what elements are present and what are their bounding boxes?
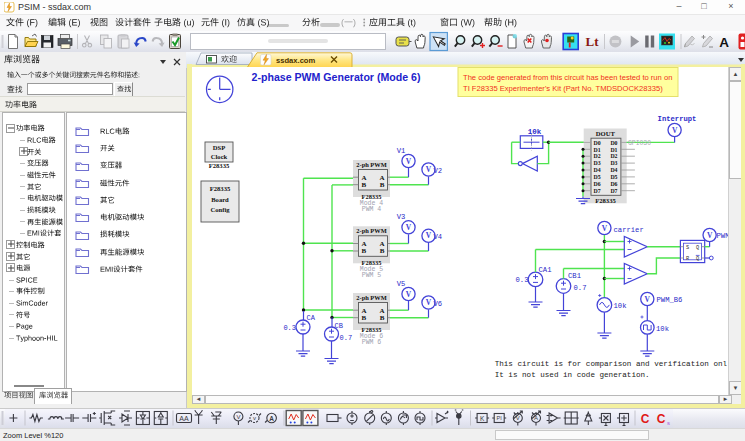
svg-text:V: V (645, 295, 651, 304)
svg-text:V: V (516, 415, 520, 421)
svg-text:F28335: F28335 (362, 326, 382, 333)
svg-text:V: V (426, 165, 432, 174)
svg-text:F28335: F28335 (362, 193, 382, 200)
svg-text:Interrupt: Interrupt (658, 115, 697, 123)
svg-text:V6: V6 (434, 300, 443, 308)
svg-text:GPIO30: GPIO30 (628, 140, 651, 147)
svg-text:0.7: 0.7 (574, 284, 587, 292)
svg-text:R: R (686, 256, 689, 262)
svg-text:10k: 10k (528, 128, 542, 136)
svg-text:This circuit is for comparison: This circuit is for comparison and verif… (495, 360, 728, 368)
svg-text:V: V (406, 223, 412, 232)
svg-text:V5: V5 (397, 280, 406, 288)
svg-text:CA1: CA1 (539, 266, 552, 274)
svg-text:D5: D5 (594, 174, 601, 180)
svg-text:C: C (657, 412, 666, 426)
svg-text:V: V (426, 298, 432, 307)
svg-text:s: s (667, 420, 670, 426)
svg-text:10k: 10k (614, 302, 627, 310)
svg-text:Q: Q (696, 256, 699, 262)
svg-text:A: A (719, 35, 729, 50)
svg-text:CB: CB (335, 322, 343, 330)
svg-text:D0: D0 (594, 140, 601, 146)
svg-text:F28335: F28335 (595, 197, 616, 204)
svg-text:B: B (380, 181, 385, 189)
svg-text:V: V (707, 231, 713, 240)
svg-text:10k: 10k (656, 325, 669, 333)
svg-text:B: B (362, 247, 367, 255)
svg-text:A: A (269, 415, 274, 422)
svg-text:Board: Board (211, 196, 229, 203)
svg-text:PWM_: PWM_ (717, 232, 729, 240)
svg-text:CB1: CB1 (568, 272, 581, 280)
svg-text:D7: D7 (610, 188, 617, 194)
svg-text:D2: D2 (594, 153, 601, 159)
svg-text:AA: AA (179, 415, 189, 422)
svg-text:DSP: DSP (213, 144, 225, 151)
svg-text:D0: D0 (610, 140, 617, 146)
svg-text:ssdax.com: ssdax.com (276, 56, 316, 65)
svg-text:0.3: 0.3 (516, 276, 529, 284)
svg-text:B: B (380, 247, 385, 255)
svg-text:PWM 5: PWM 5 (362, 272, 382, 279)
svg-text:B: B (362, 181, 367, 189)
svg-text:Lt: Lt (586, 34, 600, 49)
svg-text:D6: D6 (610, 181, 617, 187)
svg-text:B: B (380, 314, 385, 322)
svg-text:Config: Config (210, 206, 230, 213)
svg-text:PI: PI (497, 415, 503, 421)
svg-text:PWM_B6: PWM_B6 (657, 296, 683, 304)
svg-text:DOUT: DOUT (596, 130, 616, 137)
svg-text:Clock: Clock (211, 153, 228, 160)
svg-text:V4: V4 (434, 233, 443, 241)
svg-text:TI F28335 Experimenter's Kit (: TI F28335 Experimenter's Kit (Part No. T… (463, 84, 663, 93)
svg-text:2-ph PWM: 2-ph PWM (356, 294, 386, 301)
svg-text:PWM 6: PWM 6 (362, 339, 382, 346)
svg-text:S: S (686, 245, 689, 251)
svg-text:V: V (602, 224, 608, 233)
svg-text:V3: V3 (397, 213, 406, 221)
svg-text:0.7: 0.7 (340, 334, 353, 342)
svg-text:D7: D7 (594, 188, 601, 194)
svg-text:V: V (426, 231, 432, 240)
svg-text:PWM 4: PWM 4 (362, 206, 382, 213)
svg-text:D4: D4 (610, 167, 617, 173)
svg-text:F28335: F28335 (210, 185, 231, 192)
svg-text:F28335: F28335 (209, 162, 230, 169)
svg-text:D3: D3 (610, 160, 617, 166)
svg-text:D1: D1 (594, 147, 601, 153)
svg-text:F28335: F28335 (362, 259, 382, 266)
svg-text:2-ph PWM: 2-ph PWM (356, 161, 386, 168)
svg-text:v: v (253, 415, 256, 421)
svg-text:CA: CA (307, 314, 316, 322)
svg-text:A: A (534, 415, 538, 421)
svg-text:K: K (480, 415, 485, 422)
svg-text:V: V (672, 126, 678, 135)
svg-text:V: V (236, 414, 240, 420)
svg-text:C: C (641, 412, 650, 426)
svg-text:D3: D3 (594, 160, 601, 166)
svg-text:V1: V1 (397, 147, 406, 155)
svg-text:B: B (362, 314, 367, 322)
svg-text:Q: Q (696, 245, 699, 251)
svg-text:D1: D1 (610, 147, 617, 153)
svg-text:D2: D2 (610, 153, 617, 159)
svg-text:0.3: 0.3 (283, 324, 296, 332)
svg-text:2-ph PWM: 2-ph PWM (356, 227, 386, 234)
svg-text:The code generated from this c: The code generated from this circuit has… (463, 73, 672, 82)
svg-text:D5: D5 (610, 174, 617, 180)
svg-text:D4: D4 (594, 167, 601, 173)
svg-text:V2: V2 (434, 167, 443, 175)
svg-text:It is not used in code generat: It is not used in code generation. (495, 371, 650, 379)
svg-text:carrier: carrier (614, 226, 644, 234)
svg-text:2-phase PWM Generator (Mode 6): 2-phase PWM Generator (Mode 6) (252, 71, 421, 83)
svg-text:V: V (406, 157, 412, 166)
svg-text:D6: D6 (594, 181, 601, 187)
svg-text:V: V (406, 290, 412, 299)
